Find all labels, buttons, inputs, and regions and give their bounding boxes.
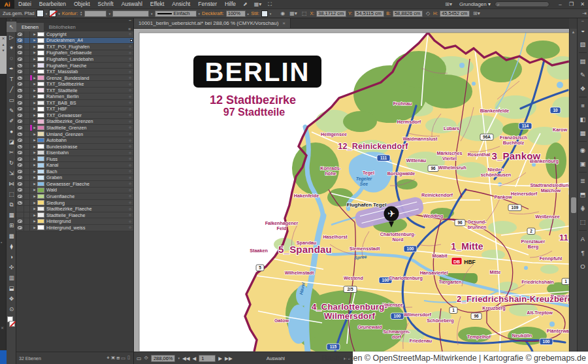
pen-tool[interactable]: ✒	[7, 63, 16, 74]
target-circle-icon[interactable]: ○	[127, 63, 133, 67]
target-circle-icon[interactable]: ○	[127, 132, 133, 136]
expand-triangle-icon[interactable]: ▶	[32, 145, 37, 148]
expand-triangle-icon[interactable]: ▶	[32, 51, 37, 54]
hand-tool[interactable]: ✥	[7, 293, 16, 304]
lock-toggle[interactable]	[24, 44, 30, 50]
tab-ebenen[interactable]: Ebenen	[16, 23, 44, 31]
layer-name[interactable]: Kanal	[46, 162, 127, 168]
visibility-toggle[interactable]	[16, 50, 24, 56]
layer-row-fluss[interactable]: ▶Fluss○	[16, 156, 133, 163]
expand-triangle-icon[interactable]: ▶	[32, 157, 37, 161]
target-circle-icon[interactable]: ○	[127, 82, 133, 86]
target-circle-icon[interactable]: ○	[127, 182, 133, 186]
y-field[interactable]: 54,5115 cm	[354, 10, 384, 17]
target-circle-icon[interactable]: ○	[127, 101, 133, 105]
visibility-toggle[interactable]	[16, 44, 24, 50]
lock-toggle[interactable]	[24, 206, 30, 212]
lock-toggle[interactable]	[24, 144, 30, 150]
layer-row-druckrahmen_a4[interactable]: ▶Druckrahmen_A4○	[16, 38, 133, 44]
target-circle-icon[interactable]: ○	[127, 57, 133, 61]
expand-triangle-icon[interactable]: ▶	[32, 33, 37, 36]
menu-schrift[interactable]: Schrift	[94, 1, 118, 7]
expand-triangle-icon[interactable]: ▶	[32, 176, 37, 179]
layer-row-flughafen_gebaeude[interactable]: ▶Flughafen_Gebaeude○	[16, 50, 133, 57]
stroke-panel-icon[interactable]: ≡	[578, 99, 588, 112]
scrollbar-thumb[interactable]	[571, 197, 576, 213]
stroke-weight-field[interactable]	[84, 10, 106, 17]
layer-row-txt_stadtteile[interactable]: ▶TXT_Stadtteile○	[16, 88, 133, 94]
layer-name[interactable]: TXT_POI_Flughafen	[46, 44, 127, 50]
layer-name[interactable]: Fluss	[46, 156, 127, 162]
target-circle-icon[interactable]: ○	[127, 95, 133, 99]
panel-menu-icon[interactable]: ≡	[128, 27, 133, 31]
canvas-rotate-icon[interactable]: ⟐	[144, 355, 148, 361]
expand-triangle-icon[interactable]: ▶	[32, 95, 37, 98]
expand-triangle-icon[interactable]: ▶	[32, 45, 37, 48]
layer-name[interactable]: Autobahn	[46, 137, 127, 143]
lock-toggle[interactable]	[24, 93, 30, 99]
graphic-style-swatch[interactable]	[261, 10, 268, 17]
scroll-up-icon[interactable]: ▲	[570, 29, 577, 34]
visibility-toggle[interactable]	[16, 175, 24, 181]
layer-name[interactable]: Graben	[46, 174, 127, 180]
expand-triangle-icon[interactable]: ▶	[32, 201, 37, 205]
height-field[interactable]: 45,5452 cm	[440, 10, 470, 17]
collapsed-panel-edge[interactable]: ✕▴▾	[0, 36, 7, 74]
fill-stroke-indicator[interactable]	[7, 316, 16, 331]
restore-button[interactable]: ❐	[566, 1, 577, 7]
layer-row-stadtteile_grenzen[interactable]: ▶Stadtteile_Grenzen○	[16, 125, 133, 131]
align-icon[interactable]: ▦▾	[288, 10, 299, 16]
lock-toggle[interactable]	[24, 88, 30, 93]
lock-toggle[interactable]	[24, 38, 30, 44]
stroke-style-arrow[interactable]: ▾	[199, 12, 201, 16]
layer-row-grenze_bundesland[interactable]: ▶Grenze_Bundesland○	[16, 75, 133, 82]
layer-row-txt_massstab[interactable]: ▶TXT_Massstab○	[16, 69, 133, 75]
stroke-weight-arrow[interactable]: ▾	[108, 12, 110, 16]
stroke-dropdown-arrow[interactable]: ▾	[58, 12, 60, 16]
screen-mode-icon[interactable]: ⛶	[265, 1, 275, 8]
layer-name[interactable]: Druckrahmen_A4	[46, 37, 127, 43]
shape-builder-tool[interactable]: ⧉	[7, 199, 16, 210]
target-circle-icon[interactable]: ○	[127, 125, 133, 129]
layer-row-txt_stadtbezirke[interactable]: ▶TXT_Stadtbezirke○	[16, 81, 133, 88]
layer-name[interactable]: TXT_Massstab	[46, 69, 127, 74]
expand-triangle-icon[interactable]: ▶	[32, 39, 37, 42]
color-guide-panel-icon[interactable]: ▧	[578, 37, 588, 51]
arrange-documents-icon[interactable]: ▦▾	[251, 1, 265, 7]
lock-toggle[interactable]	[24, 56, 30, 62]
appearance-panel-icon[interactable]: ◉	[578, 143, 588, 157]
rectangle-tool[interactable]: ▭	[7, 95, 16, 105]
expand-triangle-icon[interactable]: ▶	[32, 151, 37, 154]
lock-toggle[interactable]	[24, 156, 30, 162]
layer-row-copyright[interactable]: ▶Copyright○	[16, 31, 133, 38]
lock-toggle[interactable]	[24, 200, 30, 206]
panel-grip[interactable]: ▪▪	[16, 18, 133, 23]
stroke-link[interactable]: Kontur:	[62, 10, 78, 16]
expand-triangle-icon[interactable]: ▶	[32, 114, 37, 117]
layers-panel-icon[interactable]: ≣	[578, 174, 588, 188]
visibility-toggle[interactable]	[16, 156, 24, 162]
target-circle-icon[interactable]: ○	[127, 44, 133, 48]
align-panel-icon[interactable]: ⋕	[578, 201, 588, 215]
scissors-tool[interactable]: ✂	[7, 147, 16, 157]
layer-name[interactable]: Hintergrund	[46, 218, 127, 224]
bridge-icon[interactable]: ⬈	[240, 1, 251, 7]
visibility-toggle[interactable]	[16, 125, 24, 131]
expand-triangle-icon[interactable]: ▶	[32, 101, 37, 105]
lock-toggle[interactable]	[24, 150, 30, 156]
lock-toggle[interactable]	[24, 107, 30, 112]
visibility-toggle[interactable]	[16, 137, 24, 143]
lock-toggle[interactable]	[24, 225, 30, 231]
layer-name[interactable]: TXT_Stadtbezirke	[46, 81, 127, 87]
menu-auswahl[interactable]: Auswahl	[118, 1, 146, 7]
fill-dropdown-arrow[interactable]: ▾	[46, 12, 48, 16]
visibility-toggle[interactable]	[16, 225, 24, 231]
target-circle-icon[interactable]: ○	[127, 113, 133, 117]
lock-toggle[interactable]	[24, 212, 30, 218]
layer-name[interactable]: Siedlung	[46, 200, 127, 206]
target-circle-icon[interactable]: ○	[127, 169, 133, 173]
visibility-toggle[interactable]	[16, 75, 24, 81]
scale-tool[interactable]: ⇲	[7, 168, 16, 178]
layer-name[interactable]: Gewaesser_Flaeche	[46, 181, 127, 187]
target-circle-icon[interactable]: ○	[127, 176, 133, 180]
